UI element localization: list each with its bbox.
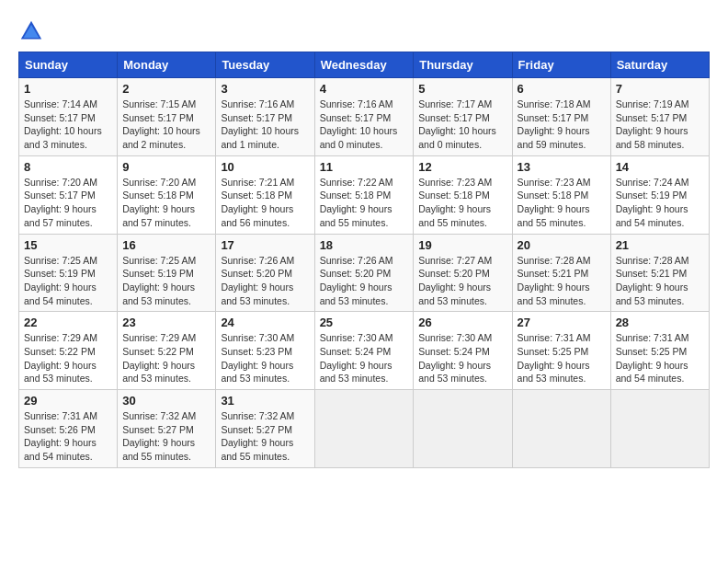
calendar-week-row: 29Sunrise: 7:31 AMSunset: 5:26 PMDayligh… bbox=[19, 390, 710, 468]
calendar-cell: 19Sunrise: 7:27 AMSunset: 5:20 PMDayligh… bbox=[414, 234, 512, 312]
day-number: 17 bbox=[221, 238, 309, 252]
day-info: Sunrise: 7:29 AMSunset: 5:22 PMDaylight:… bbox=[24, 331, 112, 385]
day-number: 9 bbox=[122, 160, 210, 174]
calendar-cell: 31Sunrise: 7:32 AMSunset: 5:27 PMDayligh… bbox=[216, 390, 314, 468]
day-number: 22 bbox=[24, 316, 112, 329]
calendar-cell: 1Sunrise: 7:14 AMSunset: 5:17 PMDaylight… bbox=[19, 78, 118, 156]
day-number: 16 bbox=[122, 238, 210, 252]
calendar-week-row: 1Sunrise: 7:14 AMSunset: 5:17 PMDaylight… bbox=[19, 78, 710, 156]
day-number: 24 bbox=[221, 316, 309, 329]
day-info: Sunrise: 7:24 AMSunset: 5:19 PMDaylight:… bbox=[616, 176, 704, 230]
day-info: Sunrise: 7:25 AMSunset: 5:19 PMDaylight:… bbox=[24, 254, 112, 308]
day-info: Sunrise: 7:30 AMSunset: 5:24 PMDaylight:… bbox=[320, 331, 409, 385]
day-number: 25 bbox=[320, 316, 409, 329]
column-header-friday: Friday bbox=[512, 52, 610, 78]
day-info: Sunrise: 7:32 AMSunset: 5:27 PMDaylight:… bbox=[122, 409, 210, 464]
day-info: Sunrise: 7:21 AMSunset: 5:18 PMDaylight:… bbox=[221, 176, 309, 230]
day-info: Sunrise: 7:31 AMSunset: 5:25 PMDaylight:… bbox=[616, 331, 704, 385]
calendar-cell: 10Sunrise: 7:21 AMSunset: 5:18 PMDayligh… bbox=[216, 155, 314, 234]
calendar-cell: 15Sunrise: 7:25 AMSunset: 5:19 PMDayligh… bbox=[19, 234, 118, 312]
calendar-week-row: 8Sunrise: 7:20 AMSunset: 5:17 PMDaylight… bbox=[19, 155, 710, 234]
day-info: Sunrise: 7:16 AMSunset: 5:17 PMDaylight:… bbox=[221, 98, 309, 152]
logo-icon bbox=[18, 18, 44, 44]
column-header-wednesday: Wednesday bbox=[314, 52, 414, 78]
calendar-cell: 7Sunrise: 7:19 AMSunset: 5:17 PMDaylight… bbox=[610, 78, 709, 156]
calendar-cell: 8Sunrise: 7:20 AMSunset: 5:17 PMDaylight… bbox=[19, 155, 118, 234]
day-info: Sunrise: 7:28 AMSunset: 5:21 PMDaylight:… bbox=[518, 254, 606, 308]
day-number: 6 bbox=[518, 82, 606, 96]
calendar-cell bbox=[314, 390, 414, 468]
column-header-sunday: Sunday bbox=[19, 52, 118, 78]
day-info: Sunrise: 7:32 AMSunset: 5:27 PMDaylight:… bbox=[221, 409, 309, 464]
day-info: Sunrise: 7:23 AMSunset: 5:18 PMDaylight:… bbox=[418, 176, 506, 230]
day-number: 7 bbox=[616, 82, 704, 96]
day-number: 14 bbox=[616, 160, 704, 174]
day-info: Sunrise: 7:30 AMSunset: 5:23 PMDaylight:… bbox=[221, 331, 309, 385]
calendar-cell: 13Sunrise: 7:23 AMSunset: 5:18 PMDayligh… bbox=[512, 155, 610, 234]
day-number: 23 bbox=[122, 316, 210, 329]
calendar-cell: 2Sunrise: 7:15 AMSunset: 5:17 PMDaylight… bbox=[118, 78, 216, 156]
day-number: 29 bbox=[24, 394, 112, 408]
day-number: 15 bbox=[24, 238, 112, 252]
day-number: 30 bbox=[122, 394, 210, 408]
calendar-cell: 30Sunrise: 7:32 AMSunset: 5:27 PMDayligh… bbox=[118, 390, 216, 468]
day-info: Sunrise: 7:16 AMSunset: 5:17 PMDaylight:… bbox=[320, 98, 409, 152]
day-info: Sunrise: 7:15 AMSunset: 5:17 PMDaylight:… bbox=[122, 98, 210, 152]
day-info: Sunrise: 7:23 AMSunset: 5:18 PMDaylight:… bbox=[518, 176, 606, 230]
day-info: Sunrise: 7:31 AMSunset: 5:26 PMDaylight:… bbox=[24, 409, 112, 464]
calendar-cell: 6Sunrise: 7:18 AMSunset: 5:17 PMDaylight… bbox=[512, 78, 610, 156]
calendar-week-row: 15Sunrise: 7:25 AMSunset: 5:19 PMDayligh… bbox=[19, 234, 710, 312]
calendar-cell: 29Sunrise: 7:31 AMSunset: 5:26 PMDayligh… bbox=[19, 390, 118, 468]
day-number: 19 bbox=[418, 238, 506, 252]
calendar-cell: 4Sunrise: 7:16 AMSunset: 5:17 PMDaylight… bbox=[314, 78, 414, 156]
logo bbox=[18, 18, 46, 44]
day-info: Sunrise: 7:27 AMSunset: 5:20 PMDaylight:… bbox=[418, 254, 506, 308]
calendar-cell: 26Sunrise: 7:30 AMSunset: 5:24 PMDayligh… bbox=[414, 312, 512, 390]
day-info: Sunrise: 7:17 AMSunset: 5:17 PMDaylight:… bbox=[418, 98, 506, 152]
calendar-table: SundayMondayTuesdayWednesdayThursdayFrid… bbox=[18, 52, 710, 468]
day-info: Sunrise: 7:28 AMSunset: 5:21 PMDaylight:… bbox=[616, 254, 704, 308]
calendar-cell bbox=[414, 390, 512, 468]
calendar-cell: 21Sunrise: 7:28 AMSunset: 5:21 PMDayligh… bbox=[610, 234, 709, 312]
day-number: 28 bbox=[616, 316, 704, 329]
calendar-cell: 18Sunrise: 7:26 AMSunset: 5:20 PMDayligh… bbox=[314, 234, 414, 312]
day-number: 5 bbox=[418, 82, 506, 96]
day-number: 3 bbox=[221, 82, 309, 96]
day-number: 27 bbox=[518, 316, 606, 329]
calendar-cell: 12Sunrise: 7:23 AMSunset: 5:18 PMDayligh… bbox=[414, 155, 512, 234]
calendar-cell: 17Sunrise: 7:26 AMSunset: 5:20 PMDayligh… bbox=[216, 234, 314, 312]
day-info: Sunrise: 7:18 AMSunset: 5:17 PMDaylight:… bbox=[518, 98, 606, 152]
day-info: Sunrise: 7:22 AMSunset: 5:18 PMDaylight:… bbox=[320, 176, 409, 230]
calendar-cell: 25Sunrise: 7:30 AMSunset: 5:24 PMDayligh… bbox=[314, 312, 414, 390]
day-number: 12 bbox=[418, 160, 506, 174]
day-number: 13 bbox=[518, 160, 606, 174]
day-number: 1 bbox=[24, 82, 112, 96]
day-info: Sunrise: 7:26 AMSunset: 5:20 PMDaylight:… bbox=[320, 254, 409, 308]
page-header bbox=[18, 18, 710, 44]
calendar-cell bbox=[512, 390, 610, 468]
day-info: Sunrise: 7:19 AMSunset: 5:17 PMDaylight:… bbox=[616, 98, 704, 152]
column-header-monday: Monday bbox=[118, 52, 216, 78]
day-info: Sunrise: 7:30 AMSunset: 5:24 PMDaylight:… bbox=[418, 331, 506, 385]
day-number: 20 bbox=[518, 238, 606, 252]
day-info: Sunrise: 7:26 AMSunset: 5:20 PMDaylight:… bbox=[221, 254, 309, 308]
calendar-cell bbox=[610, 390, 709, 468]
day-number: 26 bbox=[418, 316, 506, 329]
column-header-saturday: Saturday bbox=[610, 52, 709, 78]
calendar-cell: 22Sunrise: 7:29 AMSunset: 5:22 PMDayligh… bbox=[19, 312, 118, 390]
day-number: 2 bbox=[122, 82, 210, 96]
day-info: Sunrise: 7:31 AMSunset: 5:25 PMDaylight:… bbox=[518, 331, 606, 385]
day-number: 21 bbox=[616, 238, 704, 252]
calendar-cell: 3Sunrise: 7:16 AMSunset: 5:17 PMDaylight… bbox=[216, 78, 314, 156]
day-info: Sunrise: 7:29 AMSunset: 5:22 PMDaylight:… bbox=[122, 331, 210, 385]
calendar-cell: 9Sunrise: 7:20 AMSunset: 5:18 PMDaylight… bbox=[118, 155, 216, 234]
day-info: Sunrise: 7:14 AMSunset: 5:17 PMDaylight:… bbox=[24, 98, 112, 152]
day-number: 11 bbox=[320, 160, 409, 174]
calendar-week-row: 22Sunrise: 7:29 AMSunset: 5:22 PMDayligh… bbox=[19, 312, 710, 390]
calendar-cell: 16Sunrise: 7:25 AMSunset: 5:19 PMDayligh… bbox=[118, 234, 216, 312]
day-number: 10 bbox=[221, 160, 309, 174]
calendar-cell: 14Sunrise: 7:24 AMSunset: 5:19 PMDayligh… bbox=[610, 155, 709, 234]
calendar-cell: 27Sunrise: 7:31 AMSunset: 5:25 PMDayligh… bbox=[512, 312, 610, 390]
column-header-thursday: Thursday bbox=[414, 52, 512, 78]
calendar-cell: 28Sunrise: 7:31 AMSunset: 5:25 PMDayligh… bbox=[610, 312, 709, 390]
